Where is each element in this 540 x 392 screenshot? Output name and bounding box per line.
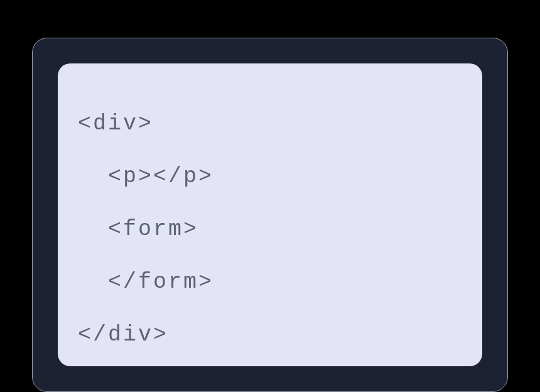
code-frame: <div> <p></p> <form> </form> </div> — [32, 38, 508, 392]
code-block: <div> <p></p> <form> </form> </div> — [58, 63, 482, 366]
code-line-4: </form> — [78, 256, 462, 308]
code-line-1: <div> — [78, 97, 462, 150]
code-line-2: <p></p> — [78, 150, 462, 203]
code-line-5: </div> — [78, 308, 462, 361]
code-line-3: <form> — [78, 203, 462, 256]
